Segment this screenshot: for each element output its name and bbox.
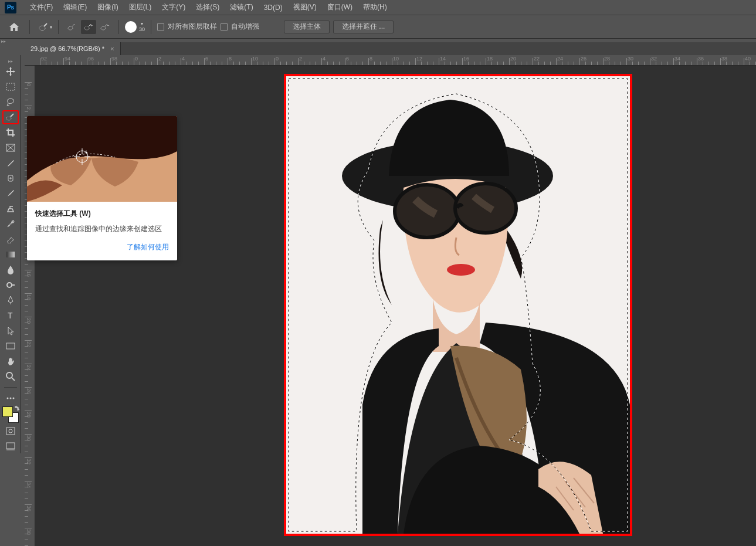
options-separator bbox=[151, 20, 151, 34]
dodge-tool[interactable] bbox=[2, 278, 19, 292]
svg-point-12 bbox=[7, 283, 12, 287]
gradient-tool[interactable] bbox=[2, 247, 19, 262]
app-logo: Ps bbox=[5, 2, 16, 13]
canvas-image bbox=[286, 76, 630, 534]
menu-select[interactable]: 选择(S) bbox=[191, 0, 225, 15]
svg-point-17 bbox=[9, 398, 11, 399]
home-button[interactable] bbox=[5, 19, 23, 35]
sample-all-layers-checkbox[interactable]: 对所有图层取样 bbox=[157, 22, 217, 32]
svg-point-16 bbox=[6, 398, 8, 399]
frame-tool[interactable] bbox=[2, 141, 19, 155]
checkbox-icon bbox=[157, 23, 164, 30]
document-canvas[interactable] bbox=[286, 76, 630, 534]
tool-preset-picker[interactable]: ▾ bbox=[36, 20, 52, 34]
zoom-tool[interactable] bbox=[2, 369, 19, 384]
svg-text:−: − bbox=[107, 23, 110, 28]
tooltip-learn-link[interactable]: 了解如何使用 bbox=[35, 242, 169, 252]
tools-panel: ▸▸ T bbox=[0, 55, 21, 453]
document-tab-title: 29.jpg @ 66.7%(RGB/8) * bbox=[30, 45, 104, 52]
hand-tool[interactable] bbox=[2, 354, 19, 368]
menu-edit[interactable]: 编辑(E) bbox=[58, 0, 92, 15]
svg-point-2 bbox=[84, 26, 89, 30]
brush-preview-icon bbox=[125, 21, 137, 33]
svg-rect-19 bbox=[6, 428, 15, 435]
brush-size-label: 30 bbox=[139, 26, 145, 32]
menu-type[interactable]: 文字(Y) bbox=[157, 0, 191, 15]
new-selection-button[interactable] bbox=[65, 20, 80, 34]
menu-filter[interactable]: 滤镜(T) bbox=[225, 0, 258, 15]
tooltip-preview-image: + bbox=[27, 116, 177, 202]
type-tool[interactable]: T bbox=[2, 308, 19, 323]
brush-tool[interactable] bbox=[2, 186, 19, 201]
menu-image[interactable]: 图像(I) bbox=[92, 0, 123, 15]
menu-3d[interactable]: 3D(D) bbox=[259, 0, 288, 15]
screen-mode-button[interactable] bbox=[2, 439, 19, 453]
options-separator bbox=[29, 20, 30, 34]
tool-tooltip-card: + 快速选择工具 (W) 通过查找和追踪图像中的边缘来创建选区 了解如何使用 bbox=[27, 116, 177, 260]
blur-tool[interactable] bbox=[2, 263, 19, 277]
svg-point-15 bbox=[6, 372, 12, 378]
svg-text:+: + bbox=[84, 149, 88, 155]
options-separator bbox=[118, 20, 119, 34]
svg-point-20 bbox=[9, 429, 12, 433]
quick-selection-tool[interactable] bbox=[2, 110, 19, 124]
color-swatches[interactable] bbox=[2, 406, 19, 423]
clone-stamp-tool[interactable] bbox=[2, 202, 19, 216]
subtract-selection-button[interactable]: − bbox=[97, 20, 113, 34]
foreground-color[interactable] bbox=[2, 406, 13, 417]
toolbar-grip[interactable]: ▸▸ bbox=[2, 59, 19, 63]
svg-point-7 bbox=[6, 117, 11, 120]
history-brush-tool[interactable] bbox=[2, 217, 19, 231]
eraser-tool[interactable] bbox=[2, 232, 19, 246]
svg-rect-14 bbox=[6, 343, 15, 349]
svg-point-1 bbox=[68, 26, 73, 30]
menu-help[interactable]: 帮助(H) bbox=[358, 0, 392, 15]
svg-point-26 bbox=[447, 264, 475, 276]
menu-bar: Ps 文件(F) 编辑(E) 图像(I) 图层(L) 文字(Y) 选择(S) 滤… bbox=[0, 0, 756, 15]
options-separator bbox=[58, 20, 59, 34]
svg-rect-11 bbox=[6, 252, 15, 257]
ruler-horizontal[interactable]: 9294969802468100246810121416182022242628… bbox=[25, 55, 756, 66]
selection-mode-group: + − bbox=[65, 20, 113, 34]
brush-size-picker[interactable]: ▾ 30 bbox=[125, 21, 145, 33]
pen-tool[interactable] bbox=[2, 293, 19, 307]
document-tab-bar: 29.jpg @ 66.7%(RGB/8) * × bbox=[25, 42, 756, 55]
menu-layer[interactable]: 图层(L) bbox=[124, 0, 157, 15]
rectangle-tool[interactable] bbox=[2, 339, 19, 353]
svg-text:T: T bbox=[8, 311, 13, 320]
move-tool[interactable] bbox=[2, 65, 19, 79]
canvas-highlight-border bbox=[284, 74, 632, 536]
select-subject-button[interactable]: 选择主体 bbox=[284, 21, 330, 33]
tooltip-description: 通过查找和追踪图像中的边缘来创建选区 bbox=[35, 223, 169, 234]
svg-rect-21 bbox=[6, 443, 15, 449]
checkbox-icon bbox=[221, 23, 228, 30]
auto-enhance-checkbox[interactable]: 自动增强 bbox=[221, 22, 259, 32]
crop-tool[interactable] bbox=[2, 126, 19, 140]
healing-brush-tool[interactable] bbox=[2, 171, 19, 185]
auto-enhance-label: 自动增强 bbox=[231, 22, 259, 32]
swap-colors-icon[interactable] bbox=[14, 405, 20, 411]
svg-text:+: + bbox=[90, 23, 93, 28]
svg-point-18 bbox=[12, 398, 14, 399]
path-selection-tool[interactable] bbox=[2, 324, 19, 338]
menu-window[interactable]: 窗口(W) bbox=[322, 0, 358, 15]
menu-file[interactable]: 文件(F) bbox=[25, 0, 58, 15]
edit-toolbar-button[interactable] bbox=[2, 391, 19, 405]
options-bar: ▾ + − ▾ 30 对所有图层取样 bbox=[0, 15, 756, 39]
svg-point-4 bbox=[101, 26, 106, 30]
svg-rect-6 bbox=[6, 83, 15, 90]
lasso-tool[interactable] bbox=[2, 95, 19, 109]
toolbar-separator bbox=[4, 387, 17, 388]
select-and-mask-button[interactable]: 选择并遮住 ... bbox=[333, 21, 394, 33]
menu-view[interactable]: 视图(V) bbox=[288, 0, 322, 15]
crosshair-cursor-icon: + bbox=[74, 148, 90, 165]
quick-mask-mode[interactable] bbox=[2, 424, 19, 438]
close-tab-icon[interactable]: × bbox=[110, 45, 114, 52]
sample-all-layers-label: 对所有图层取样 bbox=[168, 22, 217, 32]
add-selection-button[interactable]: + bbox=[81, 20, 96, 34]
eyedropper-tool[interactable] bbox=[2, 156, 19, 170]
marquee-tool[interactable] bbox=[2, 80, 19, 94]
tooltip-title: 快速选择工具 (W) bbox=[35, 209, 169, 219]
toolbar-collapse-handle[interactable]: ▸▸ bbox=[0, 39, 7, 43]
document-tab[interactable]: 29.jpg @ 66.7%(RGB/8) * × bbox=[25, 42, 121, 55]
